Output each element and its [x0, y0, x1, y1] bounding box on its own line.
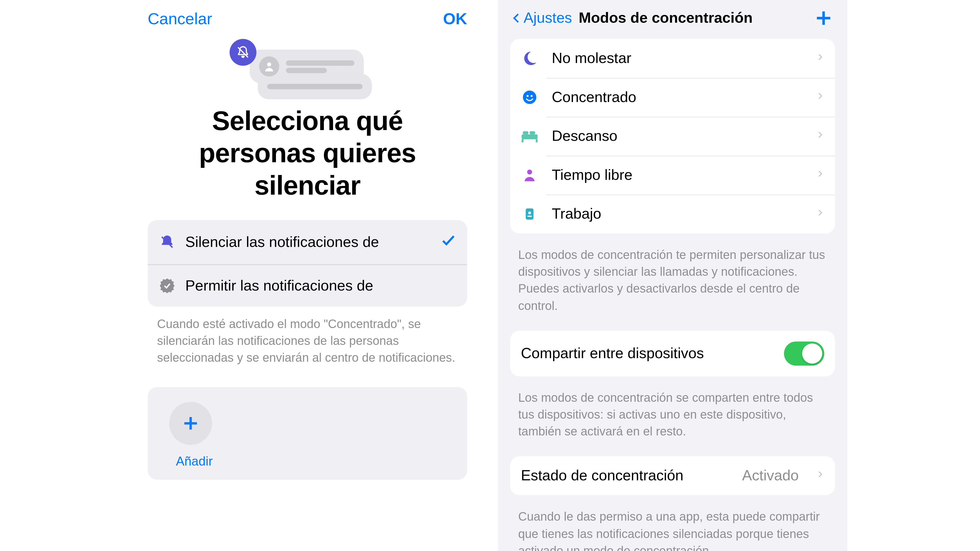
focus-people-modal: Cancelar OK Selecciona qué personas quie…	[133, 0, 482, 551]
svg-point-6	[527, 95, 528, 97]
mode-trabajo[interactable]: Trabajo	[510, 195, 835, 233]
add-people-panel: Añadir	[148, 387, 467, 479]
status-label: Estado de concentración	[521, 467, 729, 484]
option-silence-label: Silenciar las notificaciones de	[185, 233, 431, 251]
nav-bar: Ajustes Modos de concentración	[498, 0, 847, 39]
svg-point-5	[523, 91, 536, 104]
mute-badge-icon	[230, 39, 256, 66]
back-button[interactable]: Ajustes	[510, 10, 572, 27]
chevron-right-icon	[816, 468, 824, 484]
hero-section: Selecciona qué personas quieres silencia…	[133, 34, 482, 220]
chevron-right-icon	[816, 206, 824, 222]
mode-tiempo-libre[interactable]: Tiempo libre	[510, 156, 835, 195]
chevron-right-icon	[816, 167, 824, 183]
svg-point-15	[528, 211, 531, 214]
smiley-icon	[521, 89, 538, 105]
chevron-right-icon	[816, 128, 824, 144]
svg-rect-10	[536, 139, 538, 142]
toggle-knob	[802, 343, 822, 364]
mode-label: Tiempo libre	[552, 166, 803, 184]
mode-no-molestar[interactable]: No molestar	[510, 39, 835, 78]
focus-status-row[interactable]: Estado de concentración Activado	[510, 456, 835, 495]
modes-footer-text: Los modos de concentración te permiten p…	[498, 240, 847, 330]
back-label: Ajustes	[524, 10, 572, 27]
mode-label: Trabajo	[552, 205, 803, 223]
moon-icon	[521, 50, 538, 66]
share-toggle[interactable]	[784, 341, 824, 365]
share-footer-text: Los modos de concentración se comparten …	[498, 383, 847, 456]
svg-rect-9	[522, 139, 523, 142]
chevron-left-icon	[510, 10, 522, 27]
checkmark-icon	[440, 232, 456, 252]
plus-icon	[181, 414, 200, 433]
mode-label: Concentrado	[552, 89, 803, 106]
svg-rect-12	[530, 131, 535, 135]
silence-allow-group: Silenciar las notificaciones de Permitir…	[148, 220, 467, 306]
ok-button[interactable]: OK	[443, 10, 467, 28]
svg-point-0	[267, 62, 271, 67]
add-button-label: Añadir	[176, 454, 213, 468]
share-group: Compartir entre dispositivos	[510, 330, 835, 376]
badge-icon	[521, 206, 538, 222]
mode-label: Descanso	[552, 127, 803, 145]
person-icon	[259, 56, 279, 76]
status-footer-text: Cuando le das permiso a una app, esta pu…	[498, 502, 847, 551]
share-across-devices-row[interactable]: Compartir entre dispositivos	[510, 330, 835, 376]
cancel-button[interactable]: Cancelar	[148, 10, 212, 28]
focus-modes-list: No molestar Concentrado Descanso	[510, 39, 835, 233]
add-focus-button[interactable]	[814, 8, 834, 31]
svg-rect-16	[527, 216, 532, 217]
silence-footer-text: Cuando esté activado el modo "Concentrad…	[133, 306, 482, 380]
bed-icon	[521, 129, 538, 144]
svg-point-7	[531, 95, 533, 97]
bell-slash-icon	[159, 234, 176, 250]
status-group: Estado de concentración Activado	[510, 456, 835, 495]
option-silence[interactable]: Silenciar las notificaciones de	[148, 220, 467, 265]
focus-settings-screen: Ajustes Modos de concentración No molest…	[498, 0, 847, 551]
option-allow[interactable]: Permitir las notificaciones de	[148, 264, 467, 306]
chevron-right-icon	[816, 89, 824, 105]
modal-header: Cancelar OK	[133, 0, 482, 34]
hero-graphic	[243, 50, 372, 100]
svg-point-13	[527, 170, 532, 175]
mode-concentrado[interactable]: Concentrado	[510, 78, 835, 117]
hero-title: Selecciona qué personas quieres silencia…	[153, 105, 462, 201]
svg-rect-8	[522, 135, 538, 139]
add-button[interactable]	[169, 402, 212, 445]
person-icon	[521, 168, 538, 183]
page-title: Modos de concentración	[579, 10, 753, 27]
option-allow-label: Permitir las notificaciones de	[185, 277, 457, 294]
chevron-right-icon	[816, 50, 824, 66]
mode-descanso[interactable]: Descanso	[510, 117, 835, 156]
status-value: Activado	[742, 467, 799, 484]
plus-icon	[814, 8, 834, 28]
badge-check-icon	[159, 278, 176, 294]
share-label: Compartir entre dispositivos	[521, 345, 770, 362]
mode-label: No molestar	[552, 50, 803, 67]
svg-rect-11	[523, 131, 528, 135]
notification-mock-top	[250, 50, 364, 83]
